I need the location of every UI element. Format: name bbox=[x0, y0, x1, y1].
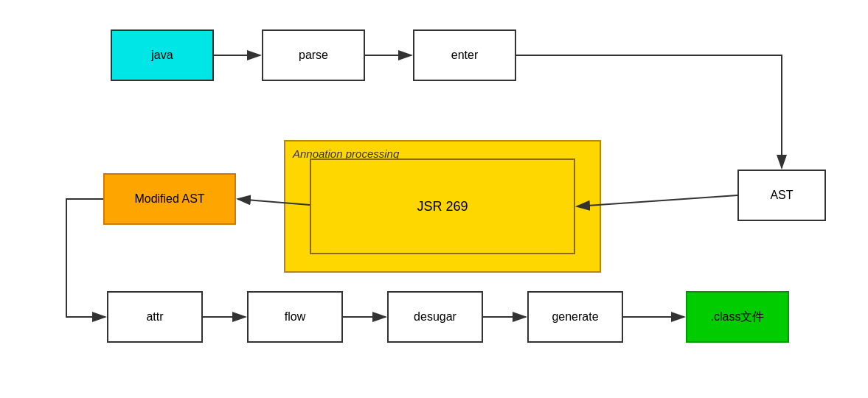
node-ast: AST bbox=[737, 170, 826, 221]
diagram: java parse enter AST Annoation processin… bbox=[0, 0, 868, 398]
class-file-label: .class文件 bbox=[711, 310, 765, 325]
generate-label: generate bbox=[552, 310, 598, 324]
parse-label: parse bbox=[299, 49, 328, 62]
node-java: java bbox=[111, 29, 214, 81]
node-class-file: .class文件 bbox=[686, 291, 789, 343]
desugar-label: desugar bbox=[414, 310, 456, 324]
modified-ast-label: Modified AST bbox=[134, 192, 204, 206]
flow-label: flow bbox=[285, 310, 305, 324]
enter-label: enter bbox=[451, 49, 478, 62]
node-generate: generate bbox=[527, 291, 623, 343]
java-label: java bbox=[151, 49, 173, 62]
node-desugar: desugar bbox=[387, 291, 483, 343]
node-attr: attr bbox=[107, 291, 203, 343]
ast-label: AST bbox=[770, 189, 793, 202]
node-parse: parse bbox=[262, 29, 365, 81]
node-jsr269: JSR 269 bbox=[310, 158, 575, 254]
node-flow: flow bbox=[247, 291, 343, 343]
jsr269-label: JSR 269 bbox=[417, 199, 468, 214]
node-enter: enter bbox=[413, 29, 516, 81]
attr-label: attr bbox=[146, 310, 163, 324]
arrow-modified-ast-attr bbox=[66, 199, 105, 317]
node-modified-ast: Modified AST bbox=[103, 173, 236, 225]
